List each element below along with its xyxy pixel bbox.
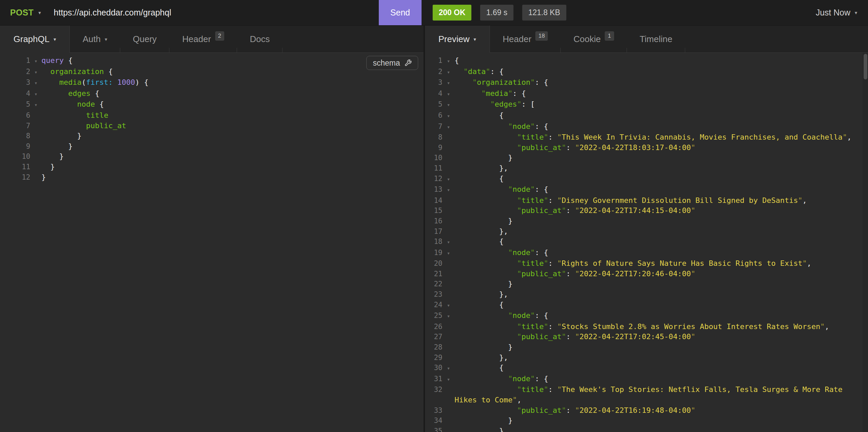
scrollbar-thumb[interactable] bbox=[864, 54, 867, 79]
code-line: 31 "node": { bbox=[425, 374, 868, 385]
tab-cookie[interactable]: Cookie 1 bbox=[561, 26, 627, 53]
code-text: edges { bbox=[41, 89, 424, 99]
code-text: "node": { bbox=[455, 247, 868, 258]
method-dropdown[interactable]: POST bbox=[10, 8, 41, 18]
fold-arrow-icon[interactable] bbox=[30, 89, 41, 100]
code-line: 29 }, bbox=[425, 353, 868, 363]
fold-arrow-icon[interactable] bbox=[30, 100, 41, 110]
line-number: 28 bbox=[425, 342, 442, 353]
code-line: 32 "title": "The Week's Top Stories: Net… bbox=[425, 385, 868, 405]
fold-arrow-icon[interactable] bbox=[442, 248, 455, 259]
tab-preview[interactable]: Preview bbox=[425, 26, 490, 53]
code-line: 11 } bbox=[0, 162, 424, 172]
code-line: 20 "title": "Rights of Nature Says Natur… bbox=[425, 258, 868, 269]
line-number: 8 bbox=[0, 131, 30, 141]
code-line: 19 "node": { bbox=[425, 247, 868, 259]
fold-arrow-icon[interactable] bbox=[442, 374, 455, 385]
tab-response-header[interactable]: Header 18 bbox=[490, 26, 561, 53]
chevron-down-icon bbox=[855, 10, 857, 15]
fold-arrow-icon[interactable] bbox=[442, 237, 455, 247]
line-number: 23 bbox=[425, 289, 442, 300]
chevron-down-icon bbox=[473, 37, 476, 42]
fold-arrow-icon[interactable] bbox=[442, 122, 455, 133]
response-time-label: Just Now bbox=[816, 8, 850, 18]
fold-arrow-icon[interactable] bbox=[442, 78, 455, 89]
code-text: "title": "Stocks Stumble 2.8% as Worries… bbox=[455, 322, 868, 332]
tab-header[interactable]: Header 2 bbox=[169, 26, 237, 53]
tab-query[interactable]: Query bbox=[120, 26, 170, 53]
code-line: 12} bbox=[0, 172, 424, 183]
tab-graphql[interactable]: GraphQL bbox=[0, 26, 70, 53]
code-text: "node": { bbox=[455, 374, 868, 384]
fold-arrow-icon[interactable] bbox=[442, 311, 455, 322]
status-badge: 200 OK bbox=[433, 5, 471, 21]
line-number: 2 bbox=[425, 67, 442, 77]
fold-arrow-icon[interactable] bbox=[442, 174, 455, 185]
line-number: 32 bbox=[425, 385, 442, 395]
tab-auth[interactable]: Auth bbox=[70, 26, 120, 53]
code-line: 4 edges { bbox=[0, 89, 424, 100]
fold-arrow-icon[interactable] bbox=[30, 78, 41, 89]
line-number: 19 bbox=[425, 247, 442, 258]
code-line: 27 "public_at": "2022-04-22T17:02:45-04:… bbox=[425, 332, 868, 342]
code-text: "node": { bbox=[455, 122, 868, 132]
fold-arrow-icon[interactable] bbox=[442, 56, 455, 67]
code-text: { bbox=[455, 174, 868, 184]
code-line: 7 public_at bbox=[0, 121, 424, 131]
code-line: 7 "node": { bbox=[425, 122, 868, 133]
send-button[interactable]: Send bbox=[379, 0, 422, 25]
code-line: 14 "title": "Disney Government Dissoluti… bbox=[425, 196, 868, 206]
fold-arrow-icon[interactable] bbox=[442, 89, 455, 100]
tab-timeline[interactable]: Timeline bbox=[627, 26, 685, 53]
code-text: "title": "Disney Government Dissolution … bbox=[455, 196, 868, 206]
response-tab-bar: Preview Header 18 Cookie 1 Timeline bbox=[425, 26, 868, 53]
code-line: 13 "node": { bbox=[425, 185, 868, 196]
fold-arrow-icon[interactable] bbox=[442, 100, 455, 110]
fold-arrow-icon[interactable] bbox=[442, 111, 455, 122]
url-input[interactable] bbox=[53, 7, 379, 18]
code-text: } bbox=[455, 216, 868, 226]
line-number: 6 bbox=[425, 110, 442, 121]
code-text: "public_at": "2022-04-22T17:44:15-04:00" bbox=[455, 206, 868, 216]
code-text: "public_at": "2022-04-22T17:20:46-04:00" bbox=[455, 269, 868, 279]
line-number: 24 bbox=[425, 300, 442, 310]
query-editor[interactable]: schema 1query {2 organization {3 media(f… bbox=[0, 53, 424, 432]
code-line: 1query { bbox=[0, 56, 424, 67]
code-line: 5 "edges": [ bbox=[425, 99, 868, 110]
code-text: } bbox=[455, 416, 868, 426]
tab-docs[interactable]: Docs bbox=[237, 26, 282, 53]
scrollbar-track[interactable] bbox=[863, 53, 868, 432]
code-line: 16 } bbox=[425, 216, 868, 226]
line-number: 12 bbox=[425, 174, 442, 184]
line-number: 18 bbox=[425, 236, 442, 247]
code-line: 23 }, bbox=[425, 289, 868, 300]
fold-arrow-icon[interactable] bbox=[442, 300, 455, 311]
response-preview[interactable]: 1{2 "data": {3 "organization": {4 "media… bbox=[425, 53, 868, 432]
code-line: 15 "public_at": "2022-04-22T17:44:15-04:… bbox=[425, 206, 868, 216]
code-text: }, bbox=[455, 289, 868, 300]
fold-arrow-icon[interactable] bbox=[30, 67, 41, 78]
schema-button[interactable]: schema bbox=[366, 56, 418, 70]
code-text: media(first: 1000) { bbox=[41, 77, 424, 88]
chevron-down-icon bbox=[54, 37, 56, 42]
response-history-dropdown[interactable]: Just Now bbox=[814, 7, 859, 18]
code-line: 30 { bbox=[425, 363, 868, 374]
line-number: 21 bbox=[425, 269, 442, 279]
fold-arrow-icon[interactable] bbox=[442, 67, 455, 78]
wrench-icon bbox=[404, 59, 412, 67]
code-line: 11 }, bbox=[425, 163, 868, 174]
size-badge: 121.8 KB bbox=[522, 5, 566, 21]
fold-arrow-icon[interactable] bbox=[30, 56, 41, 67]
code-text: }, bbox=[455, 426, 868, 432]
code-text: }, bbox=[455, 353, 868, 363]
code-line: 10 } bbox=[0, 152, 424, 162]
code-text: "public_at": "2022-04-22T17:02:45-04:00" bbox=[455, 332, 868, 342]
cookie-count-badge: 1 bbox=[605, 31, 614, 41]
line-number: 9 bbox=[0, 141, 30, 152]
line-number: 7 bbox=[0, 121, 30, 131]
line-number: 29 bbox=[425, 353, 442, 363]
line-number: 20 bbox=[425, 258, 442, 269]
fold-arrow-icon[interactable] bbox=[442, 185, 455, 196]
fold-arrow-icon[interactable] bbox=[442, 363, 455, 374]
code-text: } bbox=[41, 152, 424, 162]
